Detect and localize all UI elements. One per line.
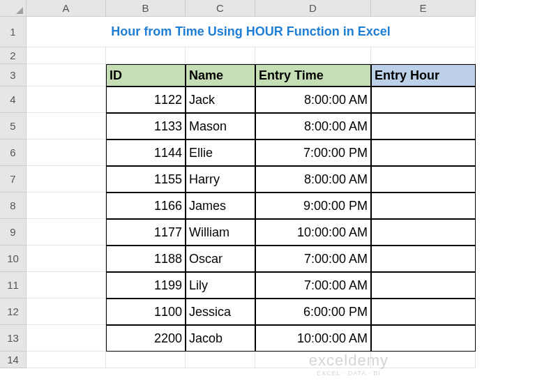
- cell-hour[interactable]: [371, 272, 476, 299]
- cell-hour[interactable]: [371, 193, 476, 219]
- cell-id[interactable]: 1188: [106, 246, 186, 272]
- cell[interactable]: [27, 299, 106, 325]
- cell-id[interactable]: 2200: [106, 325, 186, 352]
- cell[interactable]: [27, 47, 106, 64]
- row-header-11[interactable]: 11: [0, 272, 27, 299]
- cell-hour[interactable]: [371, 86, 476, 113]
- cell[interactable]: [27, 166, 106, 193]
- cell-time[interactable]: 7:00:00 AM: [255, 246, 371, 272]
- row-header-8[interactable]: 8: [0, 193, 27, 219]
- cell[interactable]: [371, 47, 476, 64]
- cell-time[interactable]: 8:00:00 AM: [255, 113, 371, 140]
- header-id: ID: [106, 64, 186, 86]
- cell-time[interactable]: 7:00:00 AM: [255, 272, 371, 299]
- cell[interactable]: [106, 47, 186, 64]
- cell-hour[interactable]: [371, 246, 476, 272]
- cell[interactable]: [186, 47, 255, 64]
- cell[interactable]: [27, 272, 106, 299]
- cell-id[interactable]: 1122: [106, 86, 186, 113]
- cell-id[interactable]: 1166: [106, 193, 186, 219]
- cell-time[interactable]: 10:00:00 AM: [255, 219, 371, 246]
- cell-name[interactable]: James: [186, 193, 255, 219]
- cell-hour[interactable]: [371, 325, 476, 352]
- cell-time[interactable]: 8:00:00 AM: [255, 166, 371, 193]
- cell-name[interactable]: Jack: [186, 86, 255, 113]
- cell-name[interactable]: Ellie: [186, 140, 255, 166]
- watermark-brand: exceldemy: [309, 352, 389, 370]
- cell-hour[interactable]: [371, 219, 476, 246]
- row-header-1[interactable]: 1: [0, 17, 27, 47]
- cell[interactable]: [27, 64, 106, 86]
- cell[interactable]: [27, 113, 106, 140]
- cell-id[interactable]: 1133: [106, 113, 186, 140]
- select-all-corner[interactable]: [0, 0, 27, 17]
- cell-time[interactable]: 10:00:00 AM: [255, 325, 371, 352]
- watermark-tag: EXCEL · DATA · BI: [309, 370, 389, 377]
- row-header-3[interactable]: 3: [0, 64, 27, 86]
- header-name: Name: [186, 64, 255, 86]
- cell-time[interactable]: 6:00:00 PM: [255, 299, 371, 325]
- column-header-E[interactable]: E: [371, 0, 476, 17]
- cell[interactable]: [27, 193, 106, 219]
- cell-hour[interactable]: [371, 299, 476, 325]
- row-header-7[interactable]: 7: [0, 166, 27, 193]
- cell-name[interactable]: Jacob: [186, 325, 255, 352]
- cell-id[interactable]: 1100: [106, 299, 186, 325]
- row-header-10[interactable]: 10: [0, 246, 27, 272]
- row-header-5[interactable]: 5: [0, 113, 27, 140]
- cell[interactable]: [27, 86, 106, 113]
- row-header-9[interactable]: 9: [0, 219, 27, 246]
- column-header-B[interactable]: B: [106, 0, 186, 17]
- cell[interactable]: [106, 352, 186, 368]
- spreadsheet-grid: Hour from Time Using HOUR Function in Ex…: [27, 17, 476, 368]
- cell-name[interactable]: Jessica: [186, 299, 255, 325]
- column-header-C[interactable]: C: [186, 0, 255, 17]
- row-header-13[interactable]: 13: [0, 325, 27, 352]
- cell[interactable]: [27, 325, 106, 352]
- cell-name[interactable]: Oscar: [186, 246, 255, 272]
- cell[interactable]: [27, 219, 106, 246]
- cell-time[interactable]: 7:00:00 PM: [255, 140, 371, 166]
- cell-id[interactable]: 1177: [106, 219, 186, 246]
- page-title: Hour from Time Using HOUR Function in Ex…: [27, 17, 476, 47]
- row-headers: 1234567891011121314: [0, 17, 27, 368]
- cell-id[interactable]: 1144: [106, 140, 186, 166]
- cell-hour[interactable]: [371, 113, 476, 140]
- cell-hour[interactable]: [371, 140, 476, 166]
- cell[interactable]: [27, 352, 106, 368]
- row-header-4[interactable]: 4: [0, 86, 27, 113]
- cell-hour[interactable]: [371, 166, 476, 193]
- cell-name[interactable]: Lily: [186, 272, 255, 299]
- cell-time[interactable]: 8:00:00 AM: [255, 86, 371, 113]
- column-header-D[interactable]: D: [255, 0, 371, 17]
- cell-name[interactable]: William: [186, 219, 255, 246]
- row-header-2[interactable]: 2: [0, 47, 27, 64]
- header-entry-hour: Entry Hour: [371, 64, 476, 86]
- row-header-12[interactable]: 12: [0, 299, 27, 325]
- column-header-A[interactable]: A: [27, 0, 106, 17]
- row-header-14[interactable]: 14: [0, 352, 27, 368]
- cell[interactable]: [186, 352, 255, 368]
- cell-name[interactable]: Harry: [186, 166, 255, 193]
- row-header-6[interactable]: 6: [0, 140, 27, 166]
- cell[interactable]: [255, 47, 371, 64]
- cell-name[interactable]: Mason: [186, 113, 255, 140]
- cell[interactable]: [27, 140, 106, 166]
- cell-id[interactable]: 1155: [106, 166, 186, 193]
- cell-time[interactable]: 9:00:00 PM: [255, 193, 371, 219]
- header-entry-time: Entry Time: [255, 64, 371, 86]
- cell[interactable]: [27, 246, 106, 272]
- watermark: exceldemy EXCEL · DATA · BI: [309, 352, 389, 377]
- cell-id[interactable]: 1199: [106, 272, 186, 299]
- column-headers: ABCDE: [27, 0, 476, 17]
